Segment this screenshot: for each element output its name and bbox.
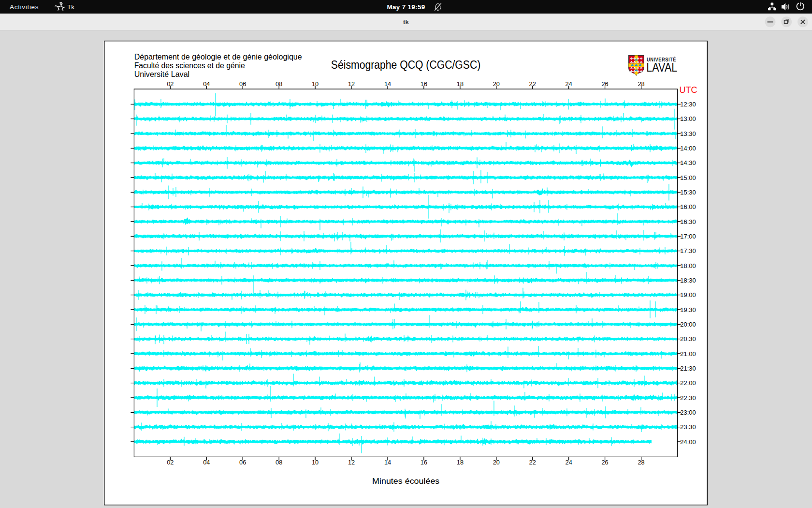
svg-text:22:00: 22:00 (680, 379, 696, 387)
svg-text:14:00: 14:00 (680, 145, 696, 152)
svg-text:13:30: 13:30 (680, 130, 696, 137)
svg-text:LAVAL: LAVAL (646, 60, 677, 75)
svg-text:16:00: 16:00 (680, 203, 696, 210)
svg-text:22: 22 (529, 80, 536, 88)
svg-text:02: 02 (167, 80, 174, 88)
svg-text:08: 08 (276, 80, 282, 88)
svg-text:Université Laval: Université Laval (134, 70, 190, 79)
svg-text:22:30: 22:30 (680, 394, 696, 402)
svg-text:18:30: 18:30 (680, 277, 696, 284)
svg-text:18: 18 (457, 80, 464, 88)
svg-text:04: 04 (203, 459, 210, 466)
svg-text:08: 08 (276, 459, 282, 466)
svg-text:19:30: 19:30 (680, 306, 696, 314)
svg-text:20:00: 20:00 (680, 321, 696, 328)
svg-text:19:00: 19:00 (680, 291, 696, 299)
svg-text:23:00: 23:00 (680, 409, 696, 416)
svg-text:20: 20 (493, 459, 500, 466)
svg-text:04: 04 (203, 80, 210, 88)
svg-text:18:00: 18:00 (680, 262, 696, 269)
svg-text:28: 28 (638, 80, 644, 88)
svg-text:14: 14 (384, 80, 391, 88)
svg-text:10: 10 (312, 459, 319, 466)
svg-text:26: 26 (601, 459, 608, 466)
svg-text:UTC: UTC (680, 85, 697, 95)
svg-text:May 7 19:59: May 7 19:59 (387, 3, 425, 11)
svg-text:12: 12 (348, 80, 355, 88)
svg-text:26: 26 (601, 80, 608, 88)
svg-text:tk: tk (403, 18, 409, 26)
svg-text:Tk: Tk (67, 3, 74, 11)
svg-text:12:30: 12:30 (680, 101, 696, 108)
svg-text:21:30: 21:30 (680, 365, 696, 372)
svg-text:24: 24 (566, 459, 572, 466)
svg-text:18: 18 (457, 459, 464, 466)
svg-text:22: 22 (529, 459, 536, 466)
svg-text:20:30: 20:30 (680, 335, 696, 343)
svg-text:16: 16 (420, 80, 427, 88)
svg-text:21:00: 21:00 (680, 350, 696, 358)
svg-text:14:30: 14:30 (680, 159, 696, 166)
svg-text:06: 06 (239, 459, 246, 466)
svg-text:16:30: 16:30 (680, 218, 696, 225)
svg-text:17:00: 17:00 (680, 233, 696, 240)
svg-text:Minutes écoulées: Minutes écoulées (372, 476, 440, 486)
svg-text:13:00: 13:00 (680, 115, 696, 122)
svg-text:Séismographe QCQ (CGC/GSC): Séismographe QCQ (CGC/GSC) (331, 59, 481, 71)
svg-text:24:00: 24:00 (680, 438, 696, 446)
svg-text:Département de géologie et de: Département de géologie et de génie géol… (134, 52, 302, 61)
svg-text:17:30: 17:30 (680, 247, 696, 254)
svg-text:16: 16 (420, 459, 427, 466)
svg-text:12: 12 (348, 459, 355, 466)
svg-text:23:30: 23:30 (680, 423, 696, 431)
svg-text:10: 10 (312, 80, 319, 88)
svg-text:15:00: 15:00 (680, 174, 696, 181)
svg-text:06: 06 (239, 80, 246, 88)
svg-text:02: 02 (167, 459, 174, 466)
svg-text:20: 20 (493, 80, 500, 88)
svg-text:28: 28 (638, 459, 644, 466)
svg-text:Faculté des sciences et de gén: Faculté des sciences et de génie (134, 61, 245, 70)
svg-text:14: 14 (384, 459, 391, 466)
svg-text:Activities: Activities (10, 3, 39, 11)
svg-text:24: 24 (566, 80, 572, 88)
svg-text:15:30: 15:30 (680, 189, 696, 196)
